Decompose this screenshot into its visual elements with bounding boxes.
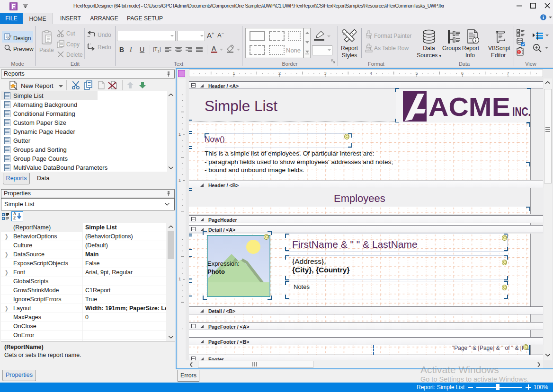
svg-text:1: 1 — [178, 132, 181, 137]
svg-text:4: 4 — [370, 71, 372, 76]
svg-text:INC.: INC. — [512, 105, 531, 119]
svg-text:5: 5 — [416, 71, 418, 76]
svg-text:7: 7 — [507, 71, 509, 76]
svg-text:ACME: ACME — [428, 92, 510, 122]
svg-text:6: 6 — [461, 71, 464, 76]
svg-text:1: 1 — [178, 277, 181, 281]
svg-text:3: 3 — [324, 71, 327, 76]
svg-text:1: 1 — [233, 71, 235, 76]
svg-text:2: 2 — [278, 71, 281, 76]
svg-text:1: 1 — [178, 178, 181, 183]
